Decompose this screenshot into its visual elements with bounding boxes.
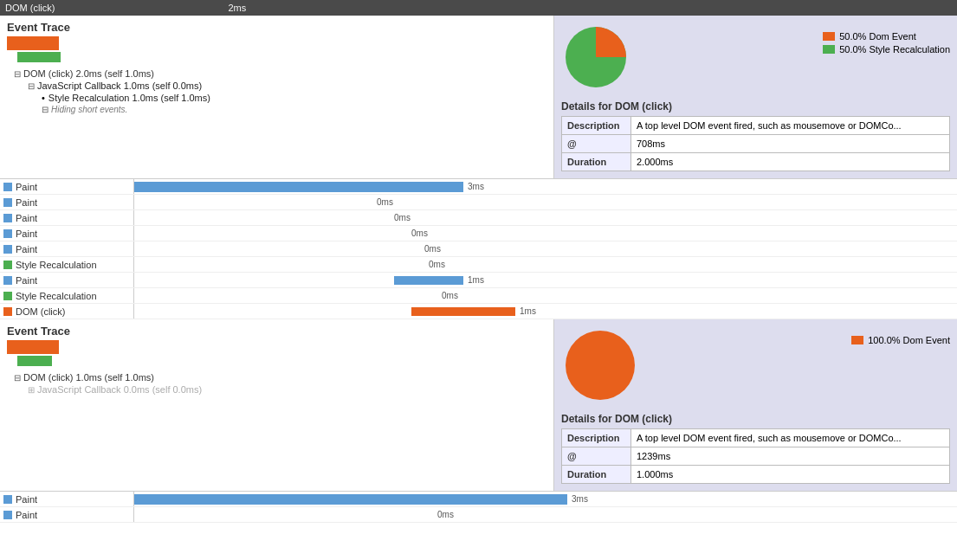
details-key-desc-2: Description	[562, 429, 631, 447]
bar2-label-0ms: 0ms	[437, 510, 454, 519]
timeline2-label-paint-0ms: Paint	[0, 507, 134, 522]
event-trace-title-1: Event Trace	[0, 16, 553, 35]
bar-area-style-0ms-1: 0ms	[134, 257, 957, 272]
details-val-desc-2: A top level DOM event fired, such as mou…	[631, 429, 950, 447]
label-style-recalc-1: Style Recalculation	[16, 260, 97, 270]
bar-label-0ms-3: 0ms	[411, 229, 428, 238]
label-paint-5: Paint	[16, 244, 37, 254]
bar-area-style-0ms-2: 0ms	[134, 288, 957, 303]
timeline-label-style-0ms-2: Style Recalculation	[0, 288, 134, 303]
label-paint-1: Paint	[16, 182, 37, 192]
bullet-1: •	[42, 93, 45, 103]
swatch-blue-2	[3, 198, 12, 207]
bar-area-paint-0ms-2: 0ms	[134, 210, 957, 225]
details-title-1: Details for DOM (click)	[561, 100, 950, 113]
bar-label-style-0ms-2: 0ms	[442, 291, 458, 300]
trace-item-js-callback-2: ⊞ JavaScript Callback 0.0ms (self 0.0ms)	[28, 384, 546, 395]
trace-js-text-2: JavaScript Callback 0.0ms (self 0.0ms)	[37, 384, 202, 395]
bar-paint-3ms	[134, 182, 463, 192]
section1: Event Trace ⊟ DOM (click) 2.0ms (self 1.…	[0, 16, 957, 178]
section2: Event Trace ⊟ DOM (click) 1.0ms (self 1.…	[0, 319, 957, 491]
bar2-area-paint-3ms: 3ms	[134, 492, 957, 506]
bar-label-0ms-4: 0ms	[424, 244, 441, 254]
trace-js-text-1: JavaScript Callback 1.0ms (self 0.0ms)	[37, 80, 202, 91]
trace-style-text-1: Style Recalculation 1.0ms (self 1.0ms)	[48, 93, 210, 103]
timeline-section-1: Paint 3ms Paint 0ms Paint 0ms Paint	[0, 178, 957, 319]
timeline-row-paint-1ms: Paint 1ms	[0, 273, 957, 288]
details-val-at-1: 708ms	[631, 135, 950, 153]
legend-1: 50.0% Dom Event 50.0% Style Recalculatio…	[823, 31, 950, 57]
label-dom-click-1: DOM (click)	[16, 306, 65, 317]
timeline-row-style-0ms-1: Style Recalculation 0ms	[0, 257, 957, 273]
swatch-blue-5	[3, 245, 12, 254]
trace-item-dom-click-1: ⊟ DOM (click) 2.0ms (self 1.0ms)	[14, 68, 546, 79]
timeline-label-style-0ms-1: Style Recalculation	[0, 257, 134, 272]
right-panel-1: 50.0% Dom Event 50.0% Style Recalculatio…	[554, 16, 957, 178]
timeline-row-paint-0ms-2: Paint 0ms	[0, 210, 957, 226]
timeline-row-paint-0ms-1: Paint 0ms	[0, 195, 957, 210]
orange-bar-1	[7, 36, 59, 50]
swatch-orange-1	[3, 307, 12, 316]
trace-orange-bar-2	[0, 339, 553, 355]
details-title-2: Details for DOM (click)	[561, 413, 950, 425]
details-section-2: Details for DOM (click) Description A to…	[561, 413, 950, 484]
orange-bar-2	[7, 340, 59, 354]
details-key-at-1: @	[562, 135, 631, 153]
details-section-1: Details for DOM (click) Description A to…	[561, 100, 950, 171]
bar-label-style-0ms-1: 0ms	[429, 260, 445, 269]
green-bar-1	[17, 52, 61, 62]
swatch-blue-8	[3, 511, 12, 519]
legend-label-orange-2: 100.0% Dom Event	[868, 335, 950, 345]
bar-dom-click-1	[411, 307, 515, 316]
bar-area-paint-0ms-3: 0ms	[134, 226, 957, 241]
timeline2-row-paint-3ms: Paint 3ms	[0, 492, 957, 507]
top-bar-label: DOM (click)	[5, 3, 55, 13]
details-key-dur-2: Duration	[562, 466, 631, 484]
event-trace-title-2: Event Trace	[0, 319, 553, 339]
collapse-icon-1[interactable]: ⊟	[14, 69, 21, 79]
swatch-blue-7	[3, 495, 12, 504]
label-paint-3: Paint	[16, 213, 37, 223]
bar-label-3ms: 3ms	[468, 182, 484, 191]
trace-item-dom-click-2: ⊟ DOM (click) 1.0ms (self 1.0ms)	[14, 372, 546, 383]
details-row-dur-2: Duration 1.000ms	[562, 466, 950, 484]
swatch-blue-1	[3, 183, 12, 191]
left-panel-1: Event Trace ⊟ DOM (click) 2.0ms (self 1.…	[0, 16, 554, 178]
svg-point-1	[566, 331, 635, 400]
details-row-desc-1: Description A top level DOM event fired,…	[562, 117, 950, 135]
details-row-at-1: @ 708ms	[562, 135, 950, 153]
collapse-icon-4[interactable]: ⊞	[28, 385, 35, 395]
trace-dom-click-text-2: DOM (click) 1.0ms (self 1.0ms)	[23, 372, 154, 383]
hiding-events-text-1: Hiding short events.	[51, 105, 127, 114]
legend-row-green-1: 50.0% Style Recalculation	[823, 44, 950, 55]
legend-row-orange-2: 100.0% Dom Event	[851, 335, 950, 345]
legend-swatch-orange-1	[823, 32, 835, 41]
legend-2: 100.0% Dom Event	[851, 335, 950, 348]
pie-chart-2	[561, 326, 639, 406]
timeline-label-paint-0ms-2: Paint	[0, 210, 134, 225]
swatch-green-1	[3, 261, 12, 269]
label2-paint-2: Paint	[16, 510, 37, 520]
bar2-area-paint-0ms: 0ms	[134, 507, 957, 522]
details-val-dur-1: 2.000ms	[631, 153, 950, 171]
right-panel-2: 100.0% Dom Event Details for DOM (click)…	[554, 319, 957, 491]
details-row-desc-2: Description A top level DOM event fired,…	[562, 429, 950, 447]
collapse-icon-3[interactable]: ⊟	[14, 373, 21, 383]
bar-area-paint-0ms-1: 0ms	[134, 195, 957, 209]
label-style-recalc-2: Style Recalculation	[16, 291, 97, 301]
label2-paint-1: Paint	[16, 494, 37, 505]
legend-label-green-1: 50.0% Style Recalculation	[839, 44, 950, 55]
bar-label-paint-1ms: 1ms	[468, 275, 484, 285]
label-paint-2: Paint	[16, 197, 37, 208]
timeline-label-paint-0ms-4: Paint	[0, 241, 134, 256]
label-paint-4: Paint	[16, 229, 37, 239]
trace-item-style-recalc-1: • Style Recalculation 1.0ms (self 1.0ms)	[42, 93, 546, 103]
swatch-blue-3	[3, 214, 12, 222]
collapse-icon-hiding-1[interactable]: ⊟	[42, 105, 48, 114]
timeline-label-dom-click-1: DOM (click)	[0, 304, 134, 319]
bar-label-dom-1ms: 1ms	[520, 306, 536, 316]
trace-tree-1: ⊟ DOM (click) 2.0ms (self 1.0ms) ⊟ JavaS…	[0, 63, 553, 119]
collapse-icon-2[interactable]: ⊟	[28, 81, 35, 91]
bar-paint-1ms	[394, 276, 463, 285]
legend-swatch-green-1	[823, 45, 835, 54]
